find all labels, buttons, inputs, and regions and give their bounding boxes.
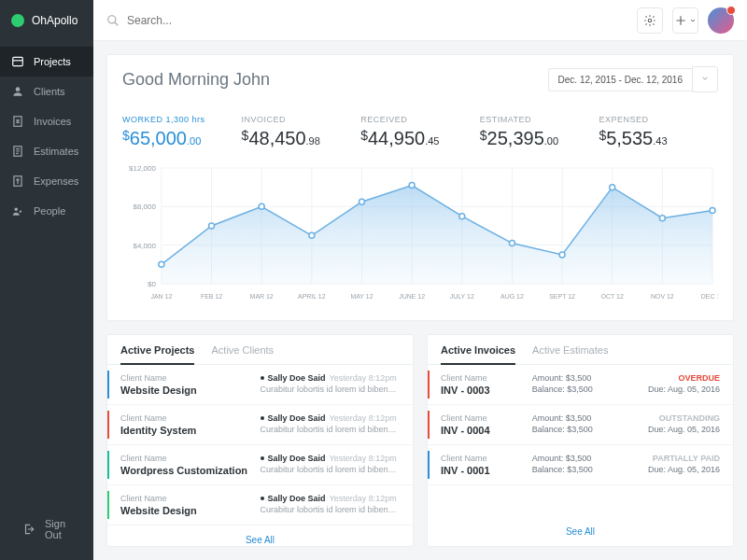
invoices-panel: Active Invoices Active Estimates Client … bbox=[427, 334, 734, 547]
project-name: Website Design bbox=[120, 385, 261, 396]
stat-value: $65,000.00 bbox=[122, 128, 242, 149]
stat-label: WORKED 1,300 hrs bbox=[122, 115, 242, 124]
invoice-number: INV - 0004 bbox=[441, 425, 523, 436]
revenue-chart: $0$4,000$8,000$12,000JAN 12FEB 12MAR 12A… bbox=[122, 162, 718, 302]
invoice-row[interactable]: Client NameINV - 0003 Amount: $3,500Bala… bbox=[428, 365, 733, 405]
svg-text:OCT 12: OCT 12 bbox=[601, 293, 624, 300]
date-range-picker[interactable]: Dec. 12, 2015 - Dec. 12, 2016 bbox=[548, 66, 718, 92]
svg-text:SEPT 12: SEPT 12 bbox=[549, 293, 575, 300]
stat: EXPENSED $5,535.43 bbox=[599, 115, 718, 149]
svg-text:$12,000: $12,000 bbox=[129, 164, 156, 173]
svg-text:JAN 12: JAN 12 bbox=[150, 293, 172, 300]
stat-value: $48,450.98 bbox=[242, 128, 361, 149]
client-label: Client Name bbox=[120, 454, 261, 463]
brand-name: OhApollo bbox=[32, 14, 78, 27]
svg-point-45 bbox=[359, 199, 364, 204]
svg-rect-0 bbox=[13, 57, 23, 65]
stat-value: $44,950.45 bbox=[360, 128, 480, 149]
main-nav: Projects Clients Invoices Estimates Expe… bbox=[0, 41, 93, 498]
svg-text:$0: $0 bbox=[148, 280, 156, 288]
project-name: Identity System bbox=[120, 425, 261, 436]
invoices-icon bbox=[11, 115, 24, 128]
projects-see-all[interactable]: See All bbox=[107, 525, 413, 554]
people-icon bbox=[11, 204, 24, 217]
invoices-see-all[interactable]: See All bbox=[428, 517, 733, 546]
tab-active-invoices[interactable]: Active Invoices bbox=[441, 344, 515, 365]
invoice-amount: Amount: $3,500 bbox=[532, 373, 622, 383]
svg-point-8 bbox=[648, 19, 652, 22]
search-input[interactable] bbox=[127, 14, 627, 27]
project-row[interactable]: Client NameWebsite Design Sally Doe Said… bbox=[107, 365, 413, 405]
svg-point-43 bbox=[259, 203, 264, 209]
svg-text:JULY 12: JULY 12 bbox=[450, 293, 474, 300]
comment-time: Yesterday 8:12pm bbox=[330, 454, 397, 463]
invoice-status: PARTIALLY PAID bbox=[630, 454, 720, 463]
invoice-balance: Balance: $3,500 bbox=[532, 385, 622, 394]
bullet-icon bbox=[261, 456, 264, 460]
invoice-status: OVERDUE bbox=[630, 373, 720, 383]
stat-value: $25,395.00 bbox=[480, 128, 599, 149]
stats-row: WORKED 1,300 hrs $65,000.00INVOICED $48,… bbox=[107, 104, 733, 155]
invoice-balance: Balance: $3,500 bbox=[532, 465, 622, 474]
invoice-row[interactable]: Client NameINV - 0004 Amount: $3,500Bala… bbox=[428, 405, 733, 445]
comment-time: Yesterday 8:12pm bbox=[330, 373, 397, 383]
tab-active-projects[interactable]: Active Projects bbox=[120, 344, 194, 365]
svg-text:$8,000: $8,000 bbox=[134, 203, 157, 211]
invoice-due: Due: Aug. 05, 2016 bbox=[630, 385, 720, 394]
invoice-amount: Amount: $3,500 bbox=[532, 454, 622, 463]
client-label: Client Name bbox=[441, 454, 523, 463]
svg-point-50 bbox=[610, 185, 615, 190]
greeting: Good Morning John bbox=[122, 70, 270, 90]
svg-point-41 bbox=[159, 261, 164, 267]
nav-projects[interactable]: Projects bbox=[0, 47, 93, 77]
svg-text:MAR 12: MAR 12 bbox=[250, 293, 274, 300]
tab-active-clients[interactable]: Active Clients bbox=[211, 344, 274, 365]
date-range-dropdown[interactable] bbox=[692, 66, 718, 92]
stat: INVOICED $48,450.98 bbox=[242, 115, 361, 149]
bullet-icon bbox=[261, 416, 264, 420]
svg-text:AUG 12: AUG 12 bbox=[500, 293, 524, 300]
stat-label: ESTIMATED bbox=[480, 115, 599, 124]
add-button[interactable] bbox=[672, 7, 698, 34]
estimates-icon bbox=[11, 145, 24, 158]
svg-text:$4,000: $4,000 bbox=[134, 242, 157, 250]
plus-icon bbox=[674, 14, 687, 27]
svg-point-6 bbox=[20, 210, 21, 212]
stat: RECEIVED $44,950.45 bbox=[360, 115, 480, 149]
projects-panel: Active Projects Active Clients Client Na… bbox=[106, 334, 414, 547]
nav-expenses[interactable]: Expenses bbox=[0, 166, 93, 196]
project-row[interactable]: Client NameIdentity System Sally Doe Sai… bbox=[107, 405, 413, 445]
comment-author: Sally Doe Said bbox=[268, 494, 326, 503]
avatar[interactable] bbox=[708, 7, 734, 34]
project-row[interactable]: Client NameWordpress Customization Sally… bbox=[107, 445, 413, 485]
gear-icon bbox=[643, 14, 656, 27]
logo-icon bbox=[11, 14, 24, 27]
comment-time: Yesterday 8:12pm bbox=[330, 413, 397, 423]
svg-point-49 bbox=[559, 252, 565, 258]
svg-point-46 bbox=[409, 183, 415, 189]
svg-text:FEB 12: FEB 12 bbox=[201, 293, 222, 300]
topbar bbox=[93, 0, 747, 41]
settings-button[interactable] bbox=[637, 7, 663, 34]
logo[interactable]: OhApollo bbox=[0, 0, 93, 41]
invoice-number: INV - 0003 bbox=[441, 385, 523, 396]
client-label: Client Name bbox=[120, 494, 261, 503]
nav-people[interactable]: People bbox=[0, 196, 93, 226]
nav-invoices[interactable]: Invoices bbox=[0, 106, 93, 136]
invoice-row[interactable]: Client NameINV - 0001 Amount: $3,500Bala… bbox=[428, 445, 733, 485]
svg-point-52 bbox=[710, 207, 715, 213]
project-row[interactable]: Client NameWebsite Design Sally Doe Said… bbox=[107, 485, 413, 525]
search[interactable] bbox=[106, 14, 627, 27]
comment-time: Yesterday 8:12pm bbox=[330, 494, 397, 503]
comment-author: Sally Doe Said bbox=[268, 413, 326, 423]
nav-estimates[interactable]: Estimates bbox=[0, 136, 93, 166]
svg-text:MAY 12: MAY 12 bbox=[350, 293, 373, 300]
invoice-amount: Amount: $3,500 bbox=[532, 413, 622, 423]
tab-active-estimates[interactable]: Active Estimates bbox=[532, 344, 608, 365]
project-name: Website Design bbox=[120, 505, 261, 516]
nav-clients[interactable]: Clients bbox=[0, 77, 93, 106]
nav-signout[interactable]: Sign Out bbox=[11, 510, 82, 549]
comment-author: Sally Doe Said bbox=[268, 373, 326, 383]
comment-author: Sally Doe Said bbox=[268, 454, 326, 463]
sidebar: OhApollo Projects Clients Invoices Estim… bbox=[0, 0, 93, 560]
